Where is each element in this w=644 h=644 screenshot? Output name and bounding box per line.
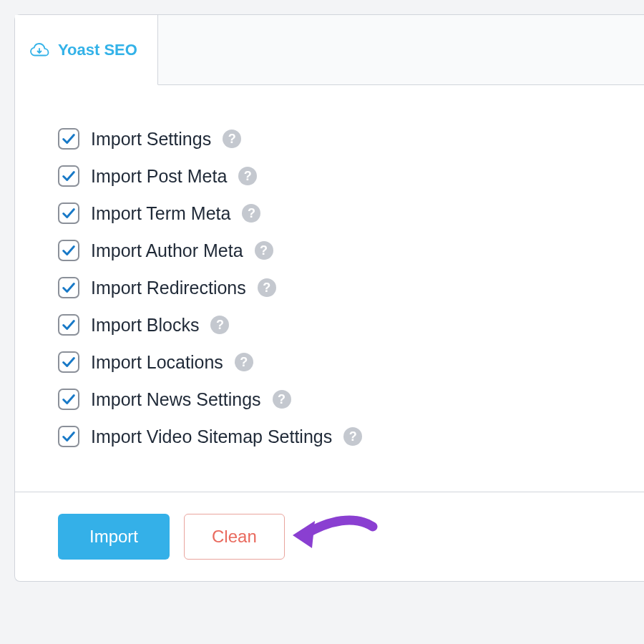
- help-icon[interactable]: ?: [258, 278, 276, 297]
- help-icon[interactable]: ?: [255, 241, 273, 260]
- checkbox[interactable]: [58, 128, 79, 150]
- option-row: Import News Settings?: [58, 389, 623, 410]
- checkbox[interactable]: [58, 277, 79, 298]
- option-label: Import Post Meta: [91, 166, 227, 187]
- checkbox[interactable]: [58, 203, 79, 224]
- help-icon[interactable]: ?: [223, 130, 241, 148]
- cloud-download-icon: [29, 42, 51, 59]
- option-label: Import Author Meta: [91, 240, 243, 261]
- option-label: Import Video Sitemap Settings: [91, 426, 332, 447]
- option-row: Import Redirections?: [58, 277, 623, 298]
- option-label: Import Blocks: [91, 315, 199, 336]
- clean-button[interactable]: Clean: [184, 514, 285, 560]
- tab-empty-area: [158, 15, 644, 84]
- option-label: Import Settings: [91, 129, 211, 150]
- checkbox[interactable]: [58, 389, 79, 410]
- import-button[interactable]: Import: [58, 514, 170, 560]
- help-icon[interactable]: ?: [238, 167, 257, 185]
- tab-yoast-seo[interactable]: Yoast SEO: [15, 15, 158, 85]
- options-list: Import Settings?Import Post Meta?Import …: [15, 85, 644, 492]
- tab-bar: Yoast SEO: [15, 15, 644, 85]
- panel-footer: Import Clean: [15, 492, 644, 581]
- help-icon[interactable]: ?: [343, 427, 362, 446]
- option-row: Import Settings?: [58, 128, 623, 150]
- help-icon[interactable]: ?: [242, 204, 260, 223]
- checkbox[interactable]: [58, 314, 79, 336]
- help-icon[interactable]: ?: [235, 353, 253, 371]
- checkbox[interactable]: [58, 351, 79, 373]
- option-row: Import Term Meta?: [58, 203, 623, 224]
- option-label: Import Redirections: [91, 278, 246, 298]
- option-row: Import Author Meta?: [58, 240, 623, 261]
- checkbox[interactable]: [58, 165, 79, 187]
- option-row: Import Locations?: [58, 351, 623, 373]
- option-row: Import Post Meta?: [58, 165, 623, 187]
- checkbox[interactable]: [58, 240, 79, 261]
- annotation-arrow-icon: [291, 511, 384, 557]
- option-label: Import Locations: [91, 352, 223, 373]
- option-row: Import Video Sitemap Settings?: [58, 426, 623, 447]
- option-label: Import News Settings: [91, 389, 261, 410]
- tab-label: Yoast SEO: [58, 41, 137, 59]
- option-label: Import Term Meta: [91, 203, 230, 224]
- help-icon[interactable]: ?: [273, 390, 291, 409]
- option-row: Import Blocks?: [58, 314, 623, 336]
- checkbox[interactable]: [58, 426, 79, 447]
- help-icon[interactable]: ?: [210, 316, 229, 334]
- import-panel: Yoast SEO Import Settings?Import Post Me…: [14, 14, 644, 582]
